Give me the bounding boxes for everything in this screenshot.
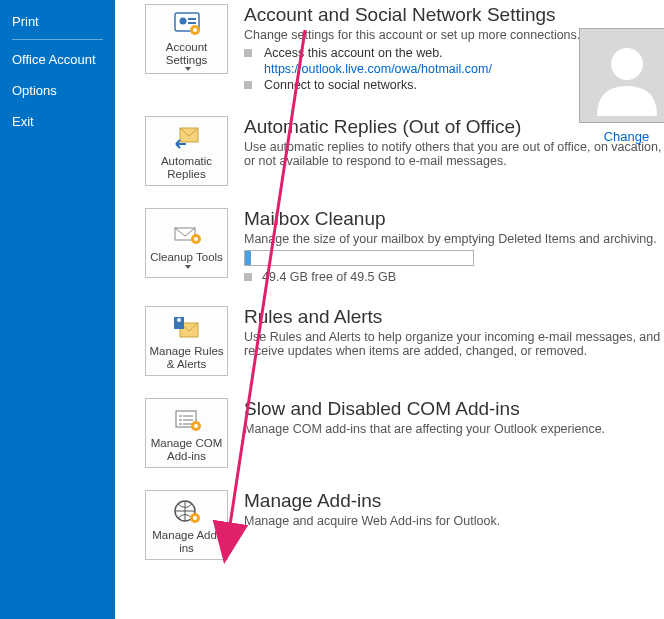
avatar xyxy=(579,28,664,123)
sidebar-item-exit[interactable]: Exit xyxy=(0,106,115,137)
sidebar-item-print[interactable]: Print xyxy=(0,6,115,37)
tile-cleanup-tools[interactable]: Cleanup Tools xyxy=(145,208,228,278)
owa-url-link[interactable]: https://outlook.live.com/owa/hotmail.com… xyxy=(264,62,492,76)
rules-alerts-icon xyxy=(172,313,202,343)
tile-label: Manage Rules & Alerts xyxy=(148,345,225,371)
section-com-addins: Manage COM Add-ins Slow and Disabled COM… xyxy=(145,398,664,468)
chevron-down-icon xyxy=(185,265,191,269)
section-title: Manage Add-ins xyxy=(244,490,664,512)
svg-point-16 xyxy=(194,424,198,428)
section-manage-addins: Manage Add-ins Manage Add-ins Manage and… xyxy=(145,490,664,560)
svg-point-10 xyxy=(194,237,198,241)
tile-automatic-replies[interactable]: Automatic Replies xyxy=(145,116,228,186)
storage-free-text: 49.4 GB free of 49.5 GB xyxy=(262,270,396,284)
tile-label: Cleanup Tools xyxy=(150,251,223,264)
content-area: Change Account Settings Account and Soci… xyxy=(115,0,664,619)
change-photo-link[interactable]: Change xyxy=(604,129,650,144)
tile-manage-addins[interactable]: Manage Add-ins xyxy=(145,490,228,560)
sidebar-item-label: Print xyxy=(12,14,39,29)
section-desc: Manage and acquire Web Add-ins for Outlo… xyxy=(244,514,664,528)
section-desc: Manage COM add-ins that are affecting yo… xyxy=(244,422,664,436)
tile-manage-rules[interactable]: Manage Rules & Alerts xyxy=(145,306,228,376)
svg-rect-3 xyxy=(188,18,196,20)
sidebar-item-office-account[interactable]: Office Account xyxy=(0,44,115,75)
section-desc: Use automatic replies to notify others t… xyxy=(244,140,664,168)
svg-point-0 xyxy=(611,48,643,80)
section-rules-alerts: Manage Rules & Alerts Rules and Alerts U… xyxy=(145,306,664,376)
manage-addins-icon xyxy=(172,497,202,527)
tile-label: Manage COM Add-ins xyxy=(148,437,225,463)
bullet-marker-icon xyxy=(244,49,252,57)
bullet-marker-icon xyxy=(244,273,252,281)
section-title: Slow and Disabled COM Add-ins xyxy=(244,398,664,420)
tile-label: Manage Add-ins xyxy=(148,529,225,555)
section-title: Account and Social Network Settings xyxy=(244,4,664,26)
tile-manage-com-addins[interactable]: Manage COM Add-ins xyxy=(145,398,228,468)
sidebar-item-label: Options xyxy=(12,83,57,98)
svg-point-13 xyxy=(177,318,181,322)
sidebar-item-label: Office Account xyxy=(12,52,96,67)
sidebar-item-label: Exit xyxy=(12,114,34,129)
profile-photo-box: Change xyxy=(579,28,664,144)
sidebar-item-options[interactable]: Options xyxy=(0,75,115,106)
account-settings-icon xyxy=(172,9,202,39)
svg-point-6 xyxy=(193,28,197,32)
section-title: Rules and Alerts xyxy=(244,306,664,328)
section-mailbox-cleanup: Cleanup Tools Mailbox Cleanup Manage the… xyxy=(145,208,664,284)
section-title: Mailbox Cleanup xyxy=(244,208,664,230)
svg-rect-4 xyxy=(188,22,196,24)
svg-point-19 xyxy=(193,516,197,520)
mailbox-usage-bar xyxy=(244,250,474,266)
person-silhouette-icon xyxy=(587,36,665,116)
sidebar-separator xyxy=(12,39,103,40)
cleanup-tools-icon xyxy=(172,219,202,249)
tile-account-settings[interactable]: Account Settings xyxy=(145,4,228,74)
com-addins-icon xyxy=(172,405,202,435)
svg-point-2 xyxy=(179,17,186,24)
tile-label: Automatic Replies xyxy=(148,155,225,181)
bullet-marker-icon xyxy=(244,81,252,89)
automatic-replies-icon xyxy=(172,123,202,153)
backstage-sidebar: Print Office Account Options Exit xyxy=(0,0,115,619)
tile-label: Account Settings xyxy=(148,41,225,67)
section-desc: Use Rules and Alerts to help organize yo… xyxy=(244,330,664,358)
section-desc: Manage the size of your mailbox by empty… xyxy=(244,232,664,246)
chevron-down-icon xyxy=(185,67,191,71)
